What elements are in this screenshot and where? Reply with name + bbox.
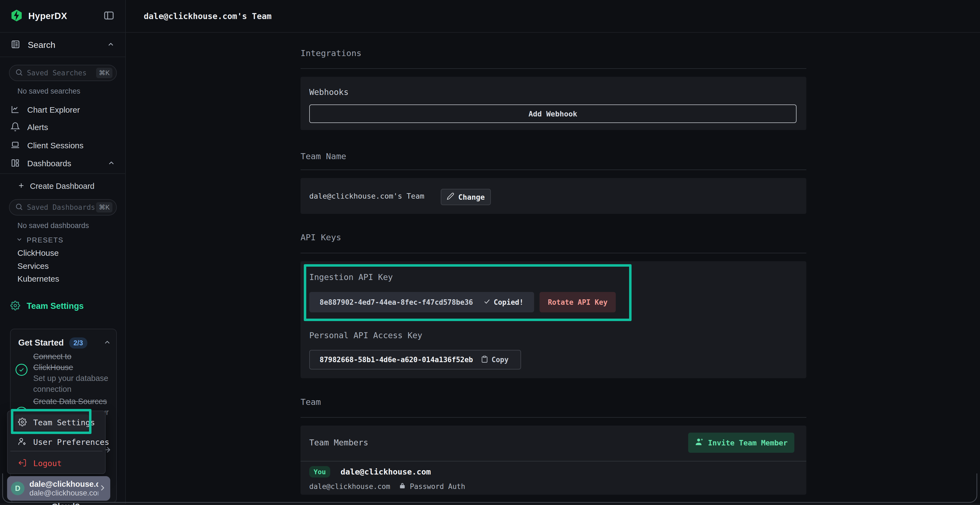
menu-item-logout[interactable]: Logout [15,456,89,471]
chevron-down-icon [16,236,23,244]
app-root: HyperDX Search Saved Searches ⌘K No save… [0,0,980,505]
presets-toggle[interactable]: PRESETS [16,235,64,245]
profile-team: dale@clickhouse.com's [29,489,98,497]
bell-icon [10,122,20,133]
get-started-title: Get Started [18,338,64,348]
get-started-header[interactable]: Get Started 2/3 [18,335,111,351]
user-profile-button[interactable]: D dale@clickhouse.com dale@clickhouse.co… [7,476,110,501]
page-title: dale@clickhouse.com's Team [144,11,272,21]
person-plus-icon [695,438,704,448]
pencil-icon [447,192,454,202]
invite-team-member-button[interactable]: Invite Team Member [688,433,794,453]
preset-item-clickhouse[interactable]: ClickHouse [18,246,59,260]
sidebar-section-search[interactable]: Search [0,33,125,57]
shortcut-badge: ⌘K [96,68,113,78]
logout-icon [18,459,27,468]
card-divider [301,461,806,462]
team-members-title: Team Members [309,437,368,448]
lock-icon [399,482,406,491]
member-name: dale@clickhouse.com [340,466,431,478]
page-header: dale@clickhouse.com's Team [126,0,980,33]
add-webhook-label: Add Webhook [529,110,578,118]
search-section-icon [10,39,21,51]
webhooks-title: Webhooks [309,87,349,97]
saved-dashboards-placeholder: Saved Dashboards [27,203,96,211]
rotate-api-key-label: Rotate API Key [548,298,607,306]
create-dashboard-label: Create Dashboard [30,182,115,191]
gear-icon [10,301,20,311]
saved-dashboards-input[interactable]: Saved Dashboards ⌘K [9,199,117,216]
menu-item-label: Logout [33,459,62,468]
copied-label: Copied! [494,298,524,306]
member-email: dale@clickhouse.com [309,483,390,491]
change-team-name-button[interactable]: Change [441,189,491,205]
api-keys-heading: API Keys [301,230,341,244]
logo-row: HyperDX [0,0,125,33]
team-heading: Team [301,395,321,409]
chevron-up-icon[interactable] [107,159,115,168]
add-webhook-button[interactable]: Add Webhook [309,105,797,123]
auth-method: Password Auth [410,483,465,491]
collapse-sidebar-icon[interactable] [103,10,115,22]
team-members-card: Team Members Invite Team Member You dale… [301,426,806,495]
progress-badge: 2/3 [69,337,88,349]
sidebar-item-label: Client Sessions [27,141,115,150]
menu-divider [10,451,102,451]
sidebar-item-dashboards[interactable]: Dashboards [0,155,126,172]
member-details-row: dale@clickhouse.com Password Auth [309,481,465,491]
avatar: D [11,481,24,495]
preset-label: ClickHouse [18,248,59,258]
step-done-check-icon [16,364,27,376]
sidebar-item-chart-explorer[interactable]: Chart Explorer [0,101,126,119]
step-title-line: Connect to [33,351,115,362]
copied-indicator: Copied! [484,298,524,306]
profile-name: dale@clickhouse.com [29,480,98,489]
section-divider [301,253,806,253]
brand-name: HyperDX [28,11,103,21]
sidebar-item-team-settings[interactable]: Team Settings [0,297,126,315]
ingestion-key-text: 8e887902-4ed7-44ea-8fec-f47cd578be36 [320,298,473,306]
plus-icon [18,182,25,191]
search-icon [15,203,23,212]
search-icon [15,68,23,78]
personal-key-text: 87982668-58b1-4d6e-a620-014a136f52eb [320,356,473,364]
window-backdrop-strip [0,503,980,505]
change-label: Change [458,193,485,201]
personal-api-key-value[interactable]: 87982668-58b1-4d6e-a620-014a136f52eb Cop… [309,350,521,370]
menu-item-label: User Preferences [33,438,109,447]
rotate-api-key-button[interactable]: Rotate API Key [539,292,616,312]
create-dashboard-button[interactable]: Create Dashboard [0,178,126,195]
section-divider [301,417,806,418]
sidebar-item-client-sessions[interactable]: Client Sessions [0,137,126,154]
saved-searches-input[interactable]: Saved Searches ⌘K [9,65,117,81]
invite-label: Invite Team Member [708,438,788,447]
shortcut-badge: ⌘K [96,202,113,213]
you-badge: You [309,466,330,478]
api-keys-card: Ingestion API Key 8e887902-4ed7-44ea-8fe… [301,261,806,378]
hyperdx-logo-icon [10,9,23,23]
sidebar-item-alerts[interactable]: Alerts [0,119,126,136]
menu-item-user-preferences[interactable]: User Preferences [15,435,89,450]
laptop-icon [10,140,20,151]
sidebar: HyperDX Search Saved Searches ⌘K No save… [0,0,126,505]
clipboard-icon [481,355,488,364]
dashboard-grid-icon [10,158,20,169]
team-name-card: dale@clickhouse.com's Team Change [301,178,806,214]
preset-item-kubernetes[interactable]: Kubernetes [18,272,59,286]
sidebar-divider [0,173,126,174]
search-section-label: Search [28,40,107,50]
section-divider [301,68,806,69]
chart-explorer-icon [10,105,20,115]
check-icon [484,298,490,306]
preset-item-services[interactable]: Services [18,260,49,273]
saved-searches-placeholder: Saved Searches [27,69,96,77]
section-divider [301,170,806,170]
get-started-step[interactable]: Connect to ClickHouse Set up your databa… [33,351,115,395]
integrations-heading: Integrations [301,46,361,60]
chevron-up-icon[interactable] [107,40,115,49]
menu-item-team-settings[interactable]: Team Settings [15,414,89,431]
chevron-up-icon[interactable] [103,338,111,348]
ingestion-api-key-value[interactable]: 8e887902-4ed7-44ea-8fec-f47cd578be36 Cop… [309,292,534,312]
team-name-heading: Team Name [301,149,346,163]
clipped-text-fragment: Cloud? [52,502,80,505]
